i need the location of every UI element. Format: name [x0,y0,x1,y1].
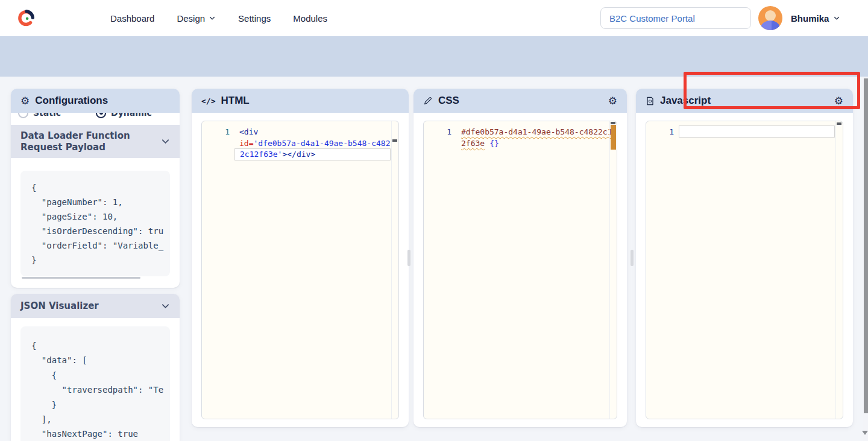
js-file-icon [646,97,655,106]
css-code-editor[interactable]: 1 #dfe0b57a-d4a1-49ae-b548-c4822c1 2f63e… [423,121,617,419]
scrollbar-down-arrow[interactable] [862,431,868,435]
editor-scrollbar-thumb[interactable] [837,122,841,125]
main-content: ⚙ Configurations Static Dynamic Data Loa… [0,77,868,441]
css-editor-panel: CSS ⚙ 1 #dfe0b57a-d4a1-49ae-b548-c4822c1… [414,89,627,427]
nav-item-label: Dashboard [110,13,154,24]
code-line: id='dfe0b57a-d4a1-49ae-b548-c482 [239,138,390,149]
nav-item-settings[interactable]: Settings [238,13,271,24]
radio-dynamic-label: Dynamic [111,113,152,118]
gear-icon: ⚙ [20,96,30,106]
css-panel-header: CSS ⚙ [414,89,627,113]
nav-item-label: Modules [293,13,327,24]
nav-item-design[interactable]: Design [177,13,216,24]
json-line: "orderField": "Variable_ [31,240,163,252]
data-loader-title-line1: Data Loader Function [20,130,130,141]
portal-select[interactable]: B2C Customer Portal [600,7,751,29]
gear-icon[interactable]: ⚙ [608,96,617,106]
chevron-down-icon [161,302,170,311]
avatar-body-shape [761,21,780,30]
data-loader-section-toggle[interactable]: Data Loader Function Request Payload [11,125,180,158]
javascript-editor-panel: Javascript ⚙ 1 [636,89,853,427]
user-menu[interactable]: Bhumika [791,0,840,36]
json-line: "pageSize": 10, [31,211,118,223]
brand-logo-icon[interactable] [17,9,35,27]
editor-scrollbar-thumb[interactable] [392,139,397,142]
javascript-code-editor[interactable]: 1 [646,121,843,419]
data-loader-payload-preview: { "pageNumber": 1, "pageSize": 10, "isOr… [20,171,170,276]
json-line: "isOrderDescending": tru [31,225,163,237]
panel-resize-handle[interactable] [631,250,634,266]
configurations-title: Configurations [35,95,108,107]
html-code-editor[interactable]: 1 <div id='dfe0b57a-d4a1-49ae-b548-c482 … [201,121,399,419]
line-number: 1 [437,126,451,138]
json-visualizer-title: JSON Visualizer [20,294,99,318]
panel-resize-handle[interactable] [407,250,410,266]
active-line-highlight: 2c12f63e'></div> [234,148,391,160]
json-visualizer-panel: JSON Visualizer { "data": [ { "traversed… [11,294,180,441]
code-line: 2f63e{} [461,138,499,149]
json-line: { [31,340,36,352]
horizontal-scrollbar-thumb[interactable] [22,277,140,279]
data-loader-section-title: Data Loader Function Request Payload [20,130,130,153]
line-number: 1 [215,126,230,138]
nav-item-label: Design [177,13,205,24]
radio-dynamic[interactable] [96,113,106,118]
json-line: "traversedpath": "Te [31,384,163,396]
data-loader-title-line2: Request Payload [20,142,105,153]
json-line: ], [31,413,52,425]
json-visualizer-toggle[interactable]: JSON Visualizer [11,294,180,318]
active-line-highlight [679,125,835,138]
json-line: } [31,254,36,266]
top-navbar: Dashboard Design Settings Modules B2C Cu… [0,0,868,36]
data-mode-radio-group: Static Dynamic [11,113,180,123]
chevron-down-icon [833,14,840,22]
json-line: { [31,369,57,381]
main-nav: Dashboard Design Settings Modules [110,0,327,36]
code-icon: </> [201,97,215,106]
json-line: "data": [ [31,354,87,366]
css-panel-title: CSS [438,95,459,107]
pencil-icon [423,96,433,106]
javascript-panel-title: Javascript [660,95,711,107]
line-number: 1 [659,126,674,138]
lint-warning-marker[interactable] [611,125,616,150]
editor-scrollbar-track [835,121,843,419]
json-line: { [31,182,36,194]
editor-scrollbar-track [609,121,617,419]
editor-scrollbar-track [391,121,398,419]
json-line: "pageNumber": 1, [31,196,123,208]
nav-item-modules[interactable]: Modules [293,13,327,24]
app-screen: Dashboard Design Settings Modules B2C Cu… [0,0,868,441]
json-visualizer-preview: { "data": [ { "traversedpath": "Te } ], … [20,326,170,441]
chevron-down-icon [209,14,216,22]
html-editor-panel: </> HTML 1 <div id='dfe0b57a-d4a1-49ae-b… [192,89,409,427]
radio-static[interactable] [18,113,28,118]
avatar-head-shape [765,10,776,21]
html-panel-title: HTML [221,95,249,107]
code-line: 2c12f63e'></div> [235,149,390,160]
configurations-panel: ⚙ Configurations Static Dynamic Data Loa… [11,89,180,288]
configurations-header: ⚙ Configurations [11,89,180,113]
nav-item-label: Settings [238,13,271,24]
page-header: Slider Design Widget Builder Add Widget … [0,36,868,77]
javascript-panel-header: Javascript ⚙ [636,89,853,113]
radio-static-label: Static [33,113,61,118]
json-line: "hasNextPage": true [31,428,138,440]
avatar[interactable] [758,6,782,30]
user-name: Bhumika [791,13,829,24]
gear-icon[interactable]: ⚙ [834,96,843,106]
html-panel-header: </> HTML [192,89,409,113]
chevron-down-icon [161,137,170,146]
code-line: <div [239,126,258,138]
json-line: } [31,399,57,411]
editor-scrollbar-thumb[interactable] [611,122,615,124]
window-scrollbar-thumb[interactable] [864,78,868,413]
code-line: #dfe0b57a-d4a1-49ae-b548-c4822c1 [461,126,612,138]
portal-select-value: B2C Customer Portal [609,13,695,24]
nav-item-dashboard[interactable]: Dashboard [110,13,154,24]
